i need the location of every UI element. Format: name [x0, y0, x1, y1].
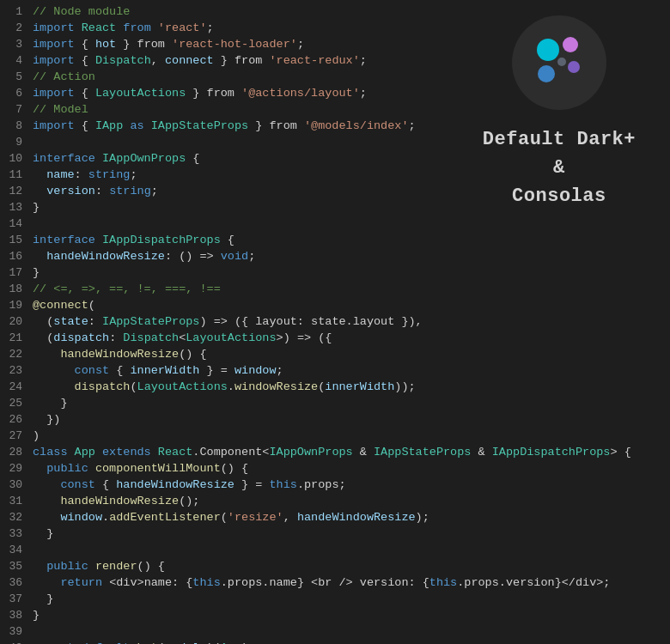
line-content	[33, 134, 40, 150]
line-content: // Model	[33, 101, 88, 118]
line-content	[33, 623, 40, 640]
line-number: 12	[0, 185, 33, 197]
line-content	[33, 542, 40, 558]
code-line: 33 }	[0, 526, 670, 542]
line-number: 10	[0, 152, 33, 165]
line-number: 4	[0, 54, 33, 67]
line-number: 20	[0, 315, 33, 328]
code-line: 24 dispatch(LayoutActions.windowResize(i…	[0, 379, 670, 395]
line-number: 27	[0, 429, 33, 442]
line-number: 15	[0, 234, 33, 246]
code-editor: Default Dark+ & Consolas 1// Node module…	[0, 0, 670, 644]
svg-point-4	[557, 58, 566, 66]
logo-area: Default Dark+ & Consolas	[483, 15, 636, 210]
code-line: 17}	[0, 264, 670, 281]
code-line: 30 const { handeWindowResize } = this.pr…	[0, 477, 670, 493]
line-content: export default hot(module)(App);	[33, 640, 255, 644]
line-number: 35	[0, 560, 33, 573]
line-content: })	[33, 411, 60, 428]
line-number: 7	[0, 103, 33, 116]
code-line: 20 (state: IAppStateProps) => ({ layout:…	[0, 313, 670, 330]
code-line: 38}	[0, 607, 670, 623]
code-line: 34	[0, 542, 670, 558]
line-content: import { hot } from 'react-hot-loader';	[33, 36, 304, 52]
logo-circle	[512, 15, 606, 110]
line-content: interface IAppOwnProps {	[33, 150, 199, 167]
line-content: }	[33, 264, 40, 281]
code-line: 29 public componentWillMount() {	[0, 460, 670, 477]
line-number: 2	[0, 21, 33, 34]
line-content: }	[33, 591, 53, 607]
line-number: 11	[0, 168, 33, 181]
line-number: 23	[0, 364, 33, 377]
svg-point-0	[537, 39, 559, 61]
line-number: 28	[0, 446, 33, 459]
line-number: 22	[0, 348, 33, 361]
code-line: 23 const { innerWidth } = window;	[0, 362, 670, 379]
line-content: import React from 'react';	[33, 20, 214, 36]
line-number: 34	[0, 544, 33, 556]
line-number: 1	[0, 5, 33, 18]
line-content: version: string;	[33, 183, 158, 199]
code-line: 19@connect(	[0, 297, 670, 313]
code-line: 18// <=, =>, ==, !=, ===, !==	[0, 281, 670, 297]
line-number: 5	[0, 70, 33, 83]
line-number: 24	[0, 380, 33, 393]
line-content: (state: IAppStateProps) => ({ layout: st…	[33, 313, 423, 330]
line-number: 36	[0, 576, 33, 589]
line-number: 31	[0, 495, 33, 507]
code-line: 37 }	[0, 591, 670, 607]
line-number: 8	[0, 119, 33, 132]
line-content: import { Dispatch, connect } from 'react…	[33, 52, 367, 69]
line-content: interface IAppDispatchProps {	[33, 232, 234, 248]
line-content: }	[33, 395, 68, 411]
line-number: 9	[0, 136, 33, 149]
line-number: 19	[0, 299, 33, 312]
line-number: 18	[0, 283, 33, 295]
line-number: 21	[0, 331, 33, 344]
code-line: 27)	[0, 428, 670, 444]
code-line: 16 handeWindowResize: () => void;	[0, 248, 670, 264]
line-content: handeWindowResize: () => void;	[33, 248, 255, 264]
line-content: public componentWillMount() {	[33, 460, 248, 477]
theme-label: Default Dark+ & Consolas	[483, 125, 636, 210]
line-content: // Action	[33, 69, 95, 85]
line-number: 25	[0, 397, 33, 410]
line-number: 6	[0, 87, 33, 100]
code-line: 21 (dispatch: Dispatch<LayoutActions>) =…	[0, 330, 670, 346]
line-content: window.addEventListener('resize', handeW…	[33, 509, 429, 526]
code-line: 25 }	[0, 395, 670, 411]
line-content: const { innerWidth } = window;	[33, 362, 283, 379]
line-content: const { handeWindowResize } = this.props…	[33, 477, 346, 493]
line-content: }	[33, 526, 53, 542]
line-number: 14	[0, 217, 33, 230]
line-content: import { LayoutActions } from '@actions/…	[33, 85, 367, 101]
code-line: 28class App extends React.Component<IApp…	[0, 444, 670, 460]
line-content: name: string;	[33, 167, 137, 183]
code-line: 31 handeWindowResize();	[0, 493, 670, 509]
code-line: 15interface IAppDispatchProps {	[0, 232, 670, 248]
line-content: handeWindowResize() {	[33, 346, 207, 362]
svg-point-1	[563, 37, 578, 52]
code-line: 40export default hot(module)(App);	[0, 640, 670, 644]
line-number: 13	[0, 201, 33, 214]
line-content: dispatch(LayoutActions.windowResize(inne…	[33, 379, 416, 395]
line-number: 33	[0, 527, 33, 540]
line-content: import { IApp as IAppStateProps } from '…	[33, 118, 416, 134]
line-number: 17	[0, 266, 33, 279]
code-line: 35 public render() {	[0, 558, 670, 574]
line-content: )	[33, 428, 40, 444]
line-content: }	[33, 199, 40, 216]
line-content: handeWindowResize();	[33, 493, 199, 509]
code-line: 14	[0, 216, 670, 232]
line-content: public render() {	[33, 558, 165, 574]
line-number: 30	[0, 478, 33, 491]
line-content: // Node module	[33, 3, 130, 20]
line-number: 3	[0, 38, 33, 51]
code-line: 26 })	[0, 411, 670, 428]
line-number: 38	[0, 609, 33, 622]
line-number: 26	[0, 413, 33, 426]
line-content: @connect(	[33, 297, 95, 313]
line-number: 16	[0, 250, 33, 263]
code-line: 36 return <div>name: {this.props.name} <…	[0, 574, 670, 591]
